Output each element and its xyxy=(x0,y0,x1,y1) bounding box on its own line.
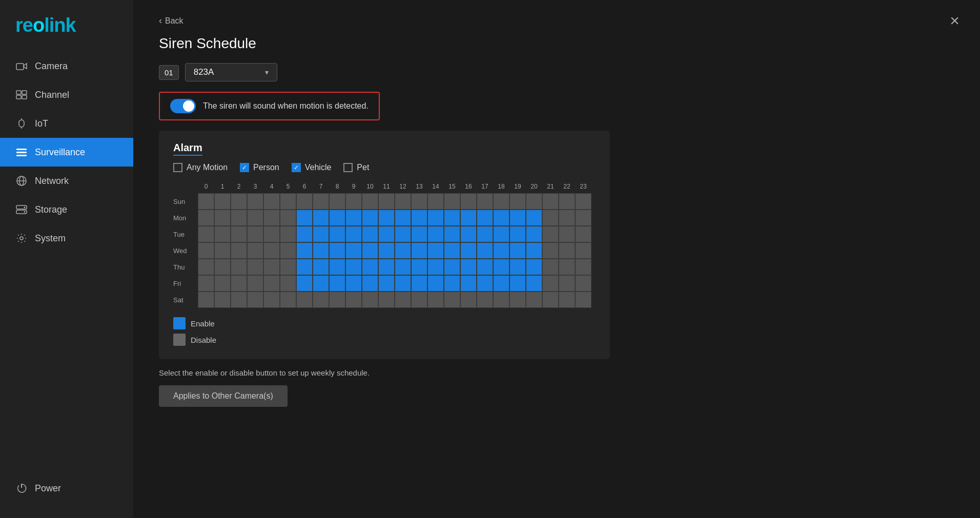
grid-cell-wed-9[interactable] xyxy=(345,242,362,259)
grid-cell-mon-11[interactable] xyxy=(378,210,395,226)
grid-cell-tue-4[interactable] xyxy=(263,226,280,242)
grid-cell-mon-3[interactable] xyxy=(247,210,263,226)
grid-cell-wed-23[interactable] xyxy=(575,242,591,259)
grid-cell-fri-16[interactable] xyxy=(460,275,477,292)
grid-cell-wed-1[interactable] xyxy=(214,242,231,259)
grid-cell-thu-6[interactable] xyxy=(296,259,313,275)
grid-cell-fri-14[interactable] xyxy=(427,275,444,292)
grid-cell-sun-21[interactable] xyxy=(542,193,559,210)
grid-cell-fri-21[interactable] xyxy=(542,275,559,292)
grid-cell-sun-13[interactable] xyxy=(411,193,427,210)
grid-cell-sat-10[interactable] xyxy=(362,292,378,308)
grid-cell-sun-19[interactable] xyxy=(509,193,526,210)
grid-cell-sun-7[interactable] xyxy=(313,193,329,210)
grid-cell-sun-8[interactable] xyxy=(329,193,345,210)
grid-cell-tue-10[interactable] xyxy=(362,226,378,242)
grid-cell-thu-5[interactable] xyxy=(280,259,296,275)
grid-cell-mon-12[interactable] xyxy=(395,210,411,226)
grid-cell-sun-6[interactable] xyxy=(296,193,313,210)
grid-cell-tue-21[interactable] xyxy=(542,226,559,242)
grid-cell-wed-21[interactable] xyxy=(542,242,559,259)
grid-cell-wed-3[interactable] xyxy=(247,242,263,259)
grid-cell-thu-4[interactable] xyxy=(263,259,280,275)
grid-cell-fri-12[interactable] xyxy=(395,275,411,292)
grid-cell-mon-2[interactable] xyxy=(231,210,247,226)
grid-cell-wed-19[interactable] xyxy=(509,242,526,259)
grid-cell-tue-2[interactable] xyxy=(231,226,247,242)
grid-cell-mon-13[interactable] xyxy=(411,210,427,226)
grid-cell-mon-18[interactable] xyxy=(493,210,509,226)
grid-cell-mon-9[interactable] xyxy=(345,210,362,226)
grid-cell-fri-3[interactable] xyxy=(247,275,263,292)
grid-cell-sun-10[interactable] xyxy=(362,193,378,210)
grid-cell-sat-18[interactable] xyxy=(493,292,509,308)
grid-cell-sat-15[interactable] xyxy=(444,292,460,308)
grid-cell-mon-15[interactable] xyxy=(444,210,460,226)
sidebar-item-storage[interactable]: Storage xyxy=(0,195,133,224)
grid-cell-fri-8[interactable] xyxy=(329,275,345,292)
grid-cell-sat-4[interactable] xyxy=(263,292,280,308)
grid-cell-tue-0[interactable] xyxy=(198,226,214,242)
sidebar-item-surveillance[interactable]: Surveillance xyxy=(0,138,133,167)
sidebar-item-iot[interactable]: IoT xyxy=(0,109,133,138)
grid-cell-sat-3[interactable] xyxy=(247,292,263,308)
siren-toggle[interactable] xyxy=(170,99,196,113)
grid-cell-sat-20[interactable] xyxy=(526,292,542,308)
grid-cell-tue-6[interactable] xyxy=(296,226,313,242)
grid-cell-thu-9[interactable] xyxy=(345,259,362,275)
grid-cell-sat-16[interactable] xyxy=(460,292,477,308)
grid-cell-sun-17[interactable] xyxy=(477,193,493,210)
grid-cell-tue-14[interactable] xyxy=(427,226,444,242)
grid-cell-tue-5[interactable] xyxy=(280,226,296,242)
grid-cell-thu-15[interactable] xyxy=(444,259,460,275)
grid-cell-sun-16[interactable] xyxy=(460,193,477,210)
grid-cell-mon-5[interactable] xyxy=(280,210,296,226)
grid-cell-fri-19[interactable] xyxy=(509,275,526,292)
grid-cell-thu-1[interactable] xyxy=(214,259,231,275)
grid-cell-fri-15[interactable] xyxy=(444,275,460,292)
grid-cell-sat-22[interactable] xyxy=(559,292,575,308)
grid-cell-thu-18[interactable] xyxy=(493,259,509,275)
grid-cell-thu-21[interactable] xyxy=(542,259,559,275)
grid-cell-thu-19[interactable] xyxy=(509,259,526,275)
grid-cell-wed-18[interactable] xyxy=(493,242,509,259)
grid-cell-thu-13[interactable] xyxy=(411,259,427,275)
grid-cell-sat-13[interactable] xyxy=(411,292,427,308)
grid-cell-mon-16[interactable] xyxy=(460,210,477,226)
grid-cell-sat-11[interactable] xyxy=(378,292,395,308)
grid-cell-wed-15[interactable] xyxy=(444,242,460,259)
grid-cell-sun-20[interactable] xyxy=(526,193,542,210)
grid-cell-thu-0[interactable] xyxy=(198,259,214,275)
grid-cell-thu-22[interactable] xyxy=(559,259,575,275)
grid-cell-mon-7[interactable] xyxy=(313,210,329,226)
grid-cell-sat-2[interactable] xyxy=(231,292,247,308)
check-person[interactable]: Person xyxy=(240,163,279,172)
grid-cell-sun-1[interactable] xyxy=(214,193,231,210)
grid-cell-tue-22[interactable] xyxy=(559,226,575,242)
grid-cell-fri-4[interactable] xyxy=(263,275,280,292)
grid-cell-tue-8[interactable] xyxy=(329,226,345,242)
grid-cell-tue-15[interactable] xyxy=(444,226,460,242)
grid-cell-wed-4[interactable] xyxy=(263,242,280,259)
grid-cell-fri-23[interactable] xyxy=(575,275,591,292)
grid-cell-mon-6[interactable] xyxy=(296,210,313,226)
check-vehicle[interactable]: Vehicle xyxy=(292,163,332,172)
grid-cell-thu-10[interactable] xyxy=(362,259,378,275)
grid-cell-sat-17[interactable] xyxy=(477,292,493,308)
grid-cell-thu-8[interactable] xyxy=(329,259,345,275)
grid-cell-sat-1[interactable] xyxy=(214,292,231,308)
grid-cell-thu-20[interactable] xyxy=(526,259,542,275)
apply-button[interactable]: Applies to Other Camera(s) xyxy=(159,385,288,407)
sidebar-item-camera[interactable]: Camera xyxy=(0,52,133,80)
grid-cell-sat-8[interactable] xyxy=(329,292,345,308)
grid-cell-tue-20[interactable] xyxy=(526,226,542,242)
grid-cell-sun-2[interactable] xyxy=(231,193,247,210)
grid-cell-wed-11[interactable] xyxy=(378,242,395,259)
grid-cell-mon-10[interactable] xyxy=(362,210,378,226)
grid-cell-fri-1[interactable] xyxy=(214,275,231,292)
grid-cell-sun-12[interactable] xyxy=(395,193,411,210)
grid-cell-fri-7[interactable] xyxy=(313,275,329,292)
grid-cell-wed-5[interactable] xyxy=(280,242,296,259)
grid-cell-wed-7[interactable] xyxy=(313,242,329,259)
grid-cell-tue-18[interactable] xyxy=(493,226,509,242)
